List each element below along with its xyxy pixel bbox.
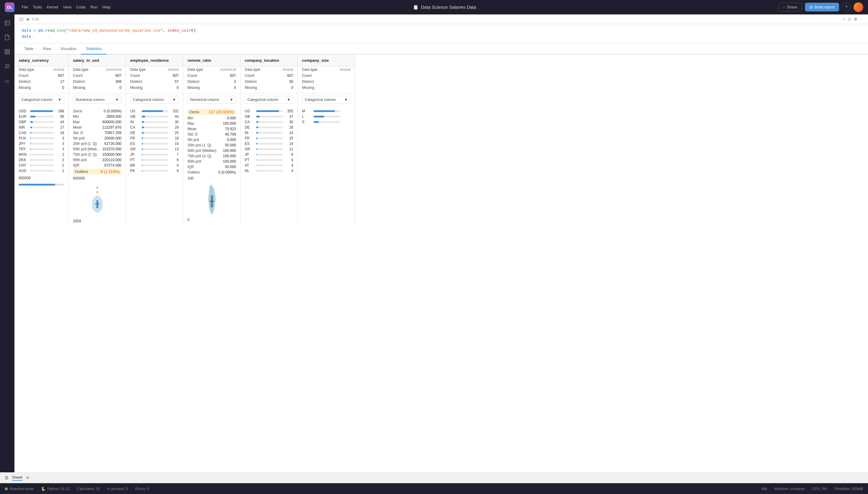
sidebar-icon-list[interactable] [2, 61, 12, 71]
pct5-row: 5th pctl20000.000 [69, 136, 126, 141]
menu-code[interactable]: Code [76, 5, 86, 10]
reactive-mode-dot [5, 487, 8, 490]
violin-labels: 600000 [69, 175, 126, 182]
share-icon: ↑ [783, 5, 785, 10]
machine-label: Machine: container [774, 487, 805, 491]
svg-rect-4 [7, 52, 10, 54]
user-avatar[interactable] [853, 2, 863, 12]
currency-bottom: 600000 [15, 173, 69, 183]
in-process-status: In process: 0 [107, 487, 128, 491]
stat-col-salary-usd: salary_in_usd Data typenumerical Count60… [69, 55, 126, 224]
tab-statistics[interactable]: Statistics [81, 43, 106, 55]
bar-try: TRY3 [15, 146, 69, 152]
add-sheet-button[interactable]: + [26, 474, 30, 481]
bar-gr: GR13 [126, 146, 183, 152]
col-type-dropdown-1[interactable]: Numerical column ▼ [73, 96, 122, 103]
col-type-dropdown-4[interactable]: Categorical column ▼ [245, 96, 293, 103]
sidebar-icon-layers[interactable] [2, 18, 12, 28]
delete-cell-button[interactable]: 🗑 [853, 17, 857, 21]
loc-bar-jp: JP6 [241, 152, 297, 157]
idle-status: Idle [761, 487, 767, 491]
cell-more-button[interactable]: ··· [860, 17, 863, 21]
python-icon: 🐍 [41, 487, 45, 491]
sheet-tab-active[interactable]: Sheet [12, 475, 22, 481]
remote-std-row: Std. D40.709 [183, 132, 240, 137]
stat-col-company-size: company_size Data typetextual Count Dist… [298, 55, 355, 224]
menu-view[interactable]: View [63, 5, 71, 10]
bar-usd: USD398 [15, 109, 69, 114]
run-cell-button[interactable]: ▶ [27, 17, 30, 21]
bar-ca: CA29 [126, 125, 183, 130]
topbar: DL File Tools Kernel View Code Run Help … [0, 0, 868, 15]
app-logo: DL [5, 2, 15, 12]
stat-col-salary-currency: salary_currency Data type textual Count … [15, 55, 69, 224]
cell-format-button[interactable]: ⊡ [848, 17, 851, 21]
bar-dkk: DKK2 [15, 157, 69, 163]
cell-code: data = pd.read_csv("/data/new_s3_datasou… [15, 24, 868, 43]
statistics-container[interactable]: salary_currency Data type textual Count … [15, 55, 868, 478]
violin-bottom-labels: 2859 [69, 218, 126, 224]
cell-2: [2] ▶ 0.9s + ⊡ 🗑 ··· data = pd.read_csv(… [15, 15, 868, 43]
svg-rect-1 [5, 50, 7, 52]
loc-bar-gb: GB47 [241, 114, 297, 119]
title-text: Data Science Salaries Data [421, 4, 476, 10]
col-header-salary-usd: salary_in_usd [69, 55, 126, 66]
bar-pln: PLN3 [15, 136, 69, 141]
bar-pk: PK6 [126, 168, 183, 173]
stat-row-dtype: Data type textual [15, 66, 69, 73]
bar-gbp: GBP44 [15, 119, 69, 125]
col-header-employee-residence: employee_residence [126, 55, 183, 66]
violin-chart-salary [69, 182, 126, 218]
min-row: Min2859.000 [69, 114, 126, 119]
cell-header: [2] ▶ 0.9s + ⊡ 🗑 ··· [15, 15, 868, 24]
output-tabs: Table Raw Visualize Statistics [15, 43, 868, 55]
tab-table[interactable]: Table [19, 43, 38, 55]
cell-actions: + ⊡ 🗑 ··· [843, 17, 863, 21]
notebook-title: 📋 Data Science Salaries Data [118, 4, 772, 10]
errors-status: Errors: 0 [135, 487, 149, 491]
svg-point-10 [96, 191, 98, 193]
loc-bar-nl: NL4 [241, 168, 297, 173]
col-header-remote-ratio: remote_ratio [183, 55, 240, 66]
remote-pct5-row: 5th pctl0.000 [183, 137, 240, 142]
sidebar-icon-grid[interactable] [2, 47, 12, 57]
sidebar-icon-file[interactable] [2, 33, 12, 42]
menu-file[interactable]: File [22, 5, 28, 10]
bar-cad: CAD18 [15, 130, 69, 136]
cell-number: [2] [19, 17, 23, 21]
sidebar-icon-variable[interactable]: (x) [2, 76, 12, 86]
svg-rect-2 [7, 50, 10, 52]
title-icon: 📋 [413, 4, 419, 10]
loc-bar-pt: PT4 [241, 157, 297, 163]
loc-bar-de: DE28 [241, 125, 297, 130]
remote-outliers-row: Outliers0 (0.000%) [183, 170, 240, 175]
calculated-status: Calculated: 10 [77, 487, 100, 491]
tab-raw[interactable]: Raw [38, 43, 56, 55]
violin-min: 2859 [73, 219, 81, 223]
tab-visualize[interactable]: Visualize [56, 43, 81, 55]
machine-status: Machine: container [774, 487, 805, 491]
menu-run[interactable]: Run [90, 5, 98, 10]
stat-row-count: Count 607 [15, 73, 69, 79]
col-type-dropdown-2[interactable]: Categorical column ▼ [130, 96, 179, 103]
reactive-mode-status[interactable]: Reactive mode [5, 487, 34, 491]
loc-bar-es: ES14 [241, 141, 297, 146]
freemem-label: FreeMem: 920MB [834, 487, 863, 491]
help-button[interactable]: ? [842, 3, 851, 12]
col-type-dropdown-5[interactable]: Categorical column ▼ [302, 96, 351, 103]
bar-us: US332 [126, 109, 183, 114]
share-button[interactable]: ↑ Share [778, 3, 802, 12]
add-cell-button[interactable]: + [843, 17, 846, 21]
menu-tools[interactable]: Tools [33, 5, 42, 10]
svg-rect-3 [5, 52, 7, 54]
cpu-status: CPU: 3% [812, 487, 827, 491]
col-type-dropdown-3[interactable]: Numerical column ▼ [187, 96, 236, 103]
remote-pct75-row: 75th pctl (3. Q)100.000 [183, 153, 240, 159]
build-report-button[interactable]: ⊞ Build report [805, 3, 839, 12]
menu-help[interactable]: Help [103, 5, 111, 10]
col-type-dropdown-0[interactable]: Categorical column ▼ [19, 96, 64, 103]
svg-point-9 [96, 187, 98, 189]
loc-bar-in: IN24 [241, 130, 297, 136]
bar-cny: CNY2 [15, 163, 69, 168]
menu-kernel[interactable]: Kernel [47, 5, 58, 10]
